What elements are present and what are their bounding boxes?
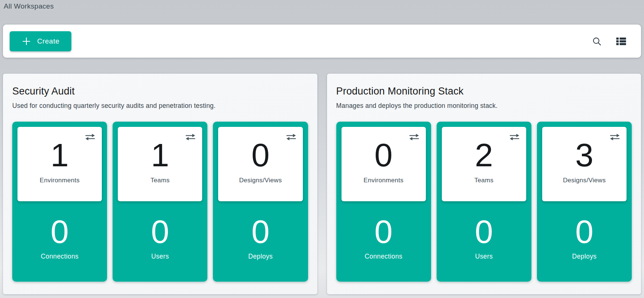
stat-label: Users [118,253,202,260]
plus-icon [22,36,31,46]
tile-top: 2 Teams [442,127,526,201]
stat-value: 0 [342,201,426,248]
workspace-title: Security Audit [12,85,308,97]
tile-bottom: 0 Deploys [218,201,302,276]
toolbar-icons [591,35,628,47]
toolbar: Create [3,25,641,58]
swap-icon [185,133,196,141]
stat-label: Users [442,253,526,260]
swap-icon [609,133,621,141]
stat-tiles: 1 Environments 0 Connections [12,122,308,282]
swap-icon [285,133,297,141]
stat-label: Teams [118,177,202,184]
transfer-button[interactable] [84,132,97,143]
stat-label: Deploys [542,253,627,260]
workspace-card-security-audit: Security Audit Used for conducting quart… [3,74,317,294]
stat-value: 0 [218,201,302,248]
page-title: All Workspaces [4,2,54,10]
tile-top: 1 Environments [17,127,102,201]
search-icon[interactable] [591,35,603,47]
workspace-card-production-monitoring-stack: Production Monitoring Stack Manages and … [327,74,641,294]
create-button-label: Create [37,37,59,45]
tile-top: 0 Designs/Views [218,127,302,201]
stat-label: Environments [342,177,426,184]
stat-tile-teams[interactable]: 2 Teams 0 Users [437,122,531,282]
swap-icon [408,133,420,141]
stat-label: Designs/Views [542,177,627,184]
stat-value: 0 [542,201,627,248]
stat-value: 0 [118,201,202,248]
stat-tile-environments[interactable]: 0 Environments 0 Connections [336,122,431,282]
tile-top: 3 Designs/Views [542,127,627,201]
stat-tile-environments[interactable]: 1 Environments 0 Connections [12,122,107,282]
stat-label: Environments [17,177,102,184]
stat-value: 0 [17,201,102,248]
workspace-description: Used for conducting quarterly security a… [12,101,308,110]
stat-label: Designs/Views [218,177,302,184]
stat-tile-designs-views[interactable]: 3 Designs/Views 0 Deploys [537,122,632,282]
page-header: All Workspaces [0,0,644,22]
swap-icon [84,133,96,141]
stat-label: Deploys [218,253,302,260]
swap-icon [509,133,520,141]
workspace-cards: Security Audit Used for conducting quart… [3,74,641,294]
transfer-button[interactable] [285,132,298,143]
stat-label: Connections [17,253,102,260]
stat-label: Connections [342,253,426,260]
tile-bottom: 0 Users [442,201,526,276]
transfer-button[interactable] [508,132,521,143]
transfer-button[interactable] [408,132,421,143]
tile-bottom: 0 Users [118,201,202,276]
tile-bottom: 0 Connections [17,201,102,276]
create-button[interactable]: Create [10,31,71,51]
tile-top: 1 Teams [118,127,202,201]
view-list-icon[interactable] [615,36,628,47]
workspaces-page: All Workspaces Create [0,0,644,298]
tile-bottom: 0 Connections [342,201,426,276]
stat-label: Teams [442,177,526,184]
transfer-button[interactable] [184,132,197,143]
tile-bottom: 0 Deploys [542,201,627,276]
stat-value: 0 [442,201,526,248]
workspace-description: Manages and deploys the production monit… [336,101,632,110]
stat-tiles: 0 Environments 0 Connections [336,122,632,282]
transfer-button[interactable] [608,132,621,143]
stat-tile-teams[interactable]: 1 Teams 0 Users [113,122,207,282]
tile-top: 0 Environments [342,127,426,201]
stat-tile-designs-views[interactable]: 0 Designs/Views 0 Deploys [213,122,308,282]
workspace-title: Production Monitoring Stack [336,85,632,97]
